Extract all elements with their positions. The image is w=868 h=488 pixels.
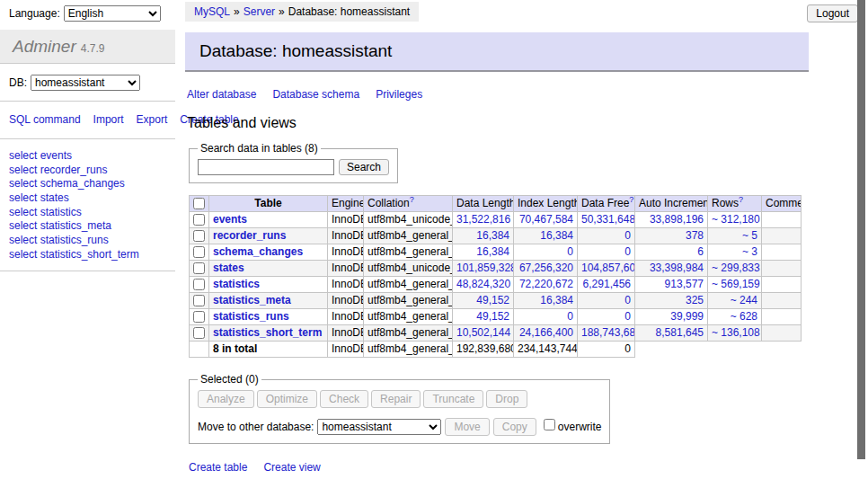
help-link[interactable]: ? [629,196,633,205]
database-nav-link[interactable]: Privileges [376,88,422,101]
help-link[interactable]: ? [739,196,743,205]
auto-increment-link[interactable]: 325 [686,294,704,306]
table-name-link[interactable]: events [213,213,247,226]
data-free-link[interactable]: 6,291,456 [583,278,631,290]
data-length-link[interactable]: 31,522,816 [456,213,510,226]
data-free-link[interactable]: 0 [624,229,631,242]
data-length-link[interactable]: 48,824,320 [456,278,510,290]
data-length-link[interactable]: 101,859,328 [456,262,514,274]
comment-cell [762,277,802,293]
sidebar-action-link[interactable]: Export [137,113,168,126]
engine-cell: InnoDB [328,325,364,342]
sidebar-action-link[interactable]: Import [93,113,124,126]
create-link[interactable]: Create view [263,461,320,474]
data-length-link[interactable]: 49,152 [476,294,509,306]
index-length-link[interactable]: 0 [567,310,573,323]
overwrite-checkbox[interactable] [544,419,555,430]
auto-increment-link[interactable]: 33,898,196 [650,213,704,226]
auto-increment-link[interactable]: 33,398,984 [650,262,704,274]
data-free-link[interactable]: 188,743,680 [581,326,635,339]
row-checkbox[interactable] [193,262,205,274]
auto-increment-link[interactable]: 8,581,645 [656,326,704,339]
index-length-link[interactable]: 16,384 [540,229,573,242]
index-length-link[interactable]: 67,256,320 [519,262,573,274]
data-length-link[interactable]: 49,152 [476,310,509,323]
rows-link[interactable]: ~ 3 [742,245,757,258]
grid-total-row: 8 in total InnoDB utf8mb4_general_ci 192… [190,342,802,358]
help-link[interactable]: ? [410,196,414,205]
sidebar-select-table-link[interactable]: select statistics_short_term [9,248,168,262]
table-name-link[interactable]: states [213,262,244,274]
move-button[interactable]: Move [445,418,489,436]
selected-action-button[interactable]: Truncate [423,390,483,408]
selected-action-button[interactable]: Drop [486,390,527,408]
data-free-link[interactable]: 0 [624,294,631,306]
data-free-link[interactable]: 0 [624,310,631,323]
table-name-link[interactable]: recorder_runs [213,229,286,242]
sidebar-select-table-link[interactable]: select statistics_runs [9,234,168,247]
data-length-link[interactable]: 10,502,144 [456,326,510,339]
rows-link[interactable]: ~ 244 [731,294,757,306]
sidebar-select-table-link[interactable]: select statistics_meta [9,219,168,233]
table-name-link[interactable]: statistics_meta [213,294,291,306]
breadcrumb-link-server[interactable]: Server [244,5,275,18]
search-input[interactable] [198,159,334,175]
copy-button[interactable]: Copy [493,418,536,436]
sidebar-select-table-link[interactable]: select recorder_runs [9,164,168,177]
sidebar-select-table-link[interactable]: select states [9,191,168,205]
sidebar-select-table-link[interactable]: select events [9,149,168,163]
create-link[interactable]: Create table [189,461,247,474]
rows-link[interactable]: ~ 5 [742,229,757,242]
data-free-link[interactable]: 104,857,600 [581,262,635,274]
auto-increment-link[interactable]: 913,577 [665,278,704,290]
row-checkbox[interactable] [193,279,205,290]
selected-action-button[interactable]: Optimize [257,390,317,408]
selected-action-button[interactable]: Analyze [198,390,254,408]
table-name-link[interactable]: statistics [213,278,260,290]
select-all-cell [190,196,209,212]
index-length-cell: 24,166,400 [514,325,578,342]
rows-link[interactable]: ~ 628 [731,310,757,323]
row-checkbox[interactable] [193,230,205,242]
row-checkbox[interactable] [193,295,205,306]
rows-link[interactable]: ~ 312,180 [712,213,760,226]
logout-button[interactable]: Logout [807,4,858,22]
index-length-link[interactable]: 24,166,400 [519,326,573,339]
sidebar-action-link[interactable]: SQL command [9,113,81,126]
breadcrumb-link-mysql[interactable]: MySQL [194,5,230,18]
auto-increment-link[interactable]: 39,999 [670,310,704,323]
scrollbar-thumb[interactable] [857,0,865,459]
search-button[interactable]: Search [339,159,389,175]
language-select[interactable]: English [64,5,161,22]
data-length-link[interactable]: 16,384 [476,229,509,242]
table-name-link[interactable]: schema_changes [213,245,303,258]
move-database-select[interactable]: homeassistant [317,419,441,435]
auto-increment-link[interactable]: 378 [686,229,704,242]
rows-link[interactable]: ~ 569,159 [712,278,760,290]
database-nav-link[interactable]: Alter database [187,88,256,101]
rows-link[interactable]: ~ 299,833 [712,262,760,274]
select-all-checkbox[interactable] [193,198,205,209]
data-free-link[interactable]: 50,331,648 [581,213,635,226]
index-length-link[interactable]: 70,467,584 [519,213,573,226]
index-length-link[interactable]: 72,220,672 [519,278,573,290]
sidebar-select-table-link[interactable]: select schema_changes [9,177,168,191]
row-checkbox[interactable] [193,311,205,323]
overwrite-label[interactable]: overwrite [558,421,602,433]
index-length-link[interactable]: 0 [567,245,573,258]
index-length-link[interactable]: 16,384 [540,294,573,306]
rows-link[interactable]: ~ 136,108 [712,326,760,339]
db-select[interactable]: homeassistant [31,75,140,91]
table-name-link[interactable]: statistics_short_term [213,326,322,339]
table-name-link[interactable]: statistics_runs [213,310,289,323]
database-nav-link[interactable]: Database schema [272,88,359,101]
row-checkbox[interactable] [193,214,205,226]
selected-action-button[interactable]: Repair [371,390,421,408]
sidebar-select-table-link[interactable]: select statistics [9,206,168,219]
row-checkbox[interactable] [193,246,205,258]
selected-action-button[interactable]: Check [320,390,368,408]
row-checkbox[interactable] [193,327,205,339]
auto-increment-link[interactable]: 6 [697,245,704,258]
data-free-link[interactable]: 0 [624,245,631,258]
data-length-link[interactable]: 16,384 [476,245,509,258]
